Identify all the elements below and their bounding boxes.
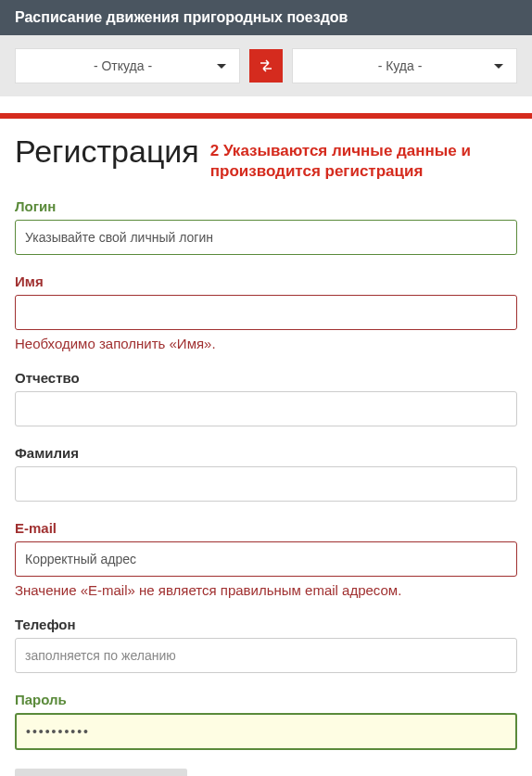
email-label: E-mail (15, 520, 517, 536)
to-dropdown[interactable]: - Куда - (292, 48, 517, 83)
email-error: Значение «E-mail» не является правильным… (15, 582, 517, 598)
phone-group: Телефон (15, 617, 517, 673)
name-label: Имя (15, 274, 517, 289)
content-area: Регистрация 2 Указываются личные данные … (0, 119, 532, 776)
from-placeholder: - Откуда - (29, 58, 217, 73)
login-label: Логин (15, 198, 517, 214)
header-bar: Расписание движения пригородных поездов (0, 0, 532, 35)
email-input[interactable] (15, 541, 517, 577)
login-input[interactable] (15, 220, 517, 255)
header-title: Расписание движения пригородных поездов (15, 9, 348, 25)
name-error: Необходимо заполнить «Имя». (15, 336, 517, 351)
annotation-text: 2 Указываются личные данные и производит… (210, 141, 517, 182)
patronymic-group: Отчество (15, 370, 517, 426)
surname-input[interactable] (15, 466, 517, 502)
surname-label: Фамилия (15, 445, 517, 461)
swap-icon (259, 58, 273, 73)
chevron-down-icon (217, 64, 226, 69)
submit-button[interactable]: Зарегистрироваться (15, 769, 187, 776)
patronymic-label: Отчество (15, 370, 517, 386)
email-group: E-mail Значение «E-mail» не является пра… (15, 520, 517, 598)
login-group: Логин (15, 198, 517, 255)
surname-group: Фамилия (15, 445, 517, 502)
to-placeholder: - Куда - (306, 58, 494, 73)
search-bar: - Откуда - - Куда - (0, 35, 532, 96)
name-input[interactable] (15, 295, 517, 330)
password-label: Пароль (15, 692, 517, 707)
swap-button[interactable] (249, 49, 283, 83)
page-title: Регистрация (15, 134, 199, 170)
title-row: Регистрация 2 Указываются личные данные … (15, 134, 517, 182)
password-group: Пароль (15, 692, 517, 750)
name-group: Имя Необходимо заполнить «Имя». (15, 274, 517, 351)
patronymic-input[interactable] (15, 391, 517, 426)
password-input[interactable] (15, 713, 517, 750)
chevron-down-icon (494, 64, 503, 69)
phone-input[interactable] (15, 638, 517, 673)
from-dropdown[interactable]: - Откуда - (15, 48, 240, 83)
phone-label: Телефон (15, 617, 517, 632)
